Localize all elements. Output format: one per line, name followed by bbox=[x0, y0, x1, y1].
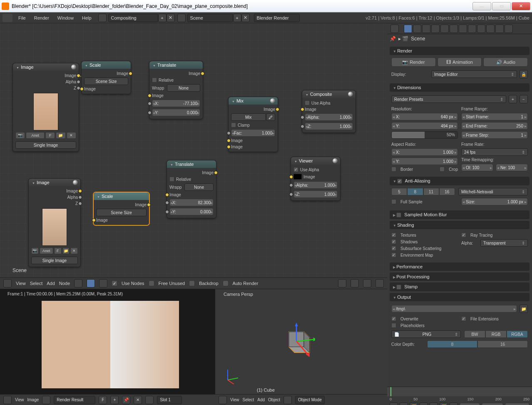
scene-icon[interactable] bbox=[177, 14, 186, 22]
socket-out[interactable] bbox=[78, 202, 82, 205]
node-editor[interactable]: Image Image Alpha Z 📷 Anet F 📁 ✕ Single … bbox=[0, 23, 387, 278]
menu-add[interactable]: Add bbox=[257, 398, 265, 402]
node-header[interactable]: Viewer bbox=[291, 157, 340, 165]
node-translate-1[interactable]: Translate Image Relative WrappNone Image… bbox=[149, 61, 203, 119]
tab-scene-icon[interactable] bbox=[422, 25, 430, 33]
tab-render-layers-icon[interactable] bbox=[413, 25, 421, 33]
socket-in[interactable] bbox=[289, 183, 293, 187]
socket-out[interactable] bbox=[78, 195, 82, 199]
socket-in[interactable] bbox=[148, 94, 152, 98]
unlink-image-icon[interactable]: ✕ bbox=[67, 132, 76, 139]
image-browse-icon[interactable] bbox=[42, 396, 50, 404]
back-to-previous-icon[interactable] bbox=[98, 14, 107, 22]
envmap-checkbox[interactable] bbox=[391, 252, 396, 258]
audio-button[interactable]: 🔊 Audio bbox=[483, 58, 528, 67]
socket-in[interactable] bbox=[301, 115, 304, 119]
image-source-dropdown[interactable]: Single Image bbox=[31, 257, 78, 264]
alpha-mode-dropdown[interactable]: Transparent bbox=[480, 239, 528, 247]
socket-out[interactable] bbox=[276, 108, 279, 111]
close-button[interactable]: ✕ bbox=[512, 2, 530, 10]
copy-nodes-icon[interactable] bbox=[363, 279, 371, 288]
render-button[interactable]: 📷 Render bbox=[391, 58, 436, 67]
end-frame-field[interactable]: End:250 bbox=[505, 403, 530, 405]
slot-dropdown[interactable]: Slot 1 bbox=[157, 396, 182, 404]
add-image-icon[interactable]: + bbox=[110, 396, 119, 404]
panel-performance[interactable]: Performance bbox=[390, 262, 530, 271]
start-frame-field[interactable]: Start:1 bbox=[482, 403, 503, 405]
socket-in[interactable] bbox=[289, 192, 293, 196]
display-dropdown[interactable]: Image Editor bbox=[431, 70, 517, 78]
3d-view[interactable]: Camera Persp (1) Cube View bbox=[215, 289, 387, 405]
frame-step-field[interactable]: Frame Step:1 bbox=[461, 131, 528, 139]
panel-post-processing[interactable]: Post Processing bbox=[390, 272, 530, 281]
node-header[interactable]: Image bbox=[13, 63, 79, 71]
eyedropper-icon[interactable]: 🖉 bbox=[266, 113, 275, 121]
paste-nodes-icon[interactable] bbox=[375, 279, 384, 288]
context-path[interactable]: Scene bbox=[411, 36, 425, 42]
node-composite[interactable]: Composite Use Alpha Image Alpha:1.000 Z:… bbox=[302, 90, 356, 133]
unlink-icon[interactable]: ✕ bbox=[134, 396, 142, 404]
node-header[interactable]: Composite bbox=[302, 90, 355, 98]
socket-in[interactable] bbox=[165, 201, 169, 205]
maximize-button[interactable]: ▭ bbox=[492, 2, 511, 10]
node-translate-2[interactable]: Translate Image Relative WrappNone Image… bbox=[167, 160, 216, 218]
aspect-y-field[interactable]: Y:1.000 bbox=[391, 158, 458, 165]
editor-type-icon[interactable] bbox=[390, 402, 398, 405]
sss-checkbox[interactable] bbox=[391, 246, 396, 251]
socket-out[interactable] bbox=[78, 189, 82, 193]
image-source-dropdown[interactable]: Single Image bbox=[15, 141, 76, 149]
node-viewer[interactable]: Viewer Use Alpha Image Alpha:1.000 Z:1.0… bbox=[291, 157, 341, 201]
smb-checkbox[interactable] bbox=[396, 212, 401, 218]
node-header[interactable]: Mix bbox=[229, 97, 278, 105]
render-presets-dropdown[interactable]: Render Presets bbox=[391, 95, 506, 103]
res-x-field[interactable]: X:640 px bbox=[391, 113, 458, 120]
node-scale-2[interactable]: Scale Image Scene Size Image bbox=[93, 192, 149, 225]
socket-out[interactable] bbox=[129, 72, 132, 75]
output-path-field[interactable]: /tmp\ bbox=[391, 305, 517, 312]
filter-size-field[interactable]: Size:1.000 px bbox=[461, 198, 528, 205]
menu-node[interactable]: Node bbox=[59, 281, 70, 286]
socket-in[interactable] bbox=[148, 111, 152, 115]
editor-type-icon[interactable] bbox=[219, 396, 227, 404]
tree-type-texture-icon[interactable] bbox=[99, 279, 107, 288]
y-field[interactable]: Y:0.000 bbox=[169, 208, 214, 215]
file-browser-icon[interactable]: 📁 bbox=[520, 305, 528, 313]
image-browse-icon[interactable]: 📷 bbox=[15, 132, 25, 139]
stamp-checkbox[interactable] bbox=[396, 285, 401, 290]
placeholders-checkbox[interactable] bbox=[391, 323, 396, 328]
delete-scene-icon[interactable]: ✕ bbox=[241, 14, 250, 22]
tab-modifiers-icon[interactable] bbox=[459, 25, 467, 33]
add-scene-icon[interactable]: + bbox=[233, 14, 241, 22]
tree-type-shader-icon[interactable] bbox=[74, 279, 82, 288]
format-dropdown[interactable]: 📄 PNG bbox=[391, 330, 461, 338]
panel-aa[interactable]: Anti-Aliasing bbox=[390, 177, 530, 185]
menu-help[interactable]: Help bbox=[78, 14, 96, 22]
remove-preset-icon[interactable]: − bbox=[520, 95, 528, 103]
image-browse-icon[interactable]: 📷 bbox=[31, 248, 39, 254]
new-map-field[interactable]: Ne: 100 bbox=[496, 164, 528, 171]
clamp-checkbox[interactable] bbox=[231, 122, 236, 128]
fake-user-button[interactable]: F bbox=[45, 132, 55, 139]
res-pct-slider[interactable]: 50% bbox=[391, 131, 458, 139]
shadows-checkbox[interactable] bbox=[391, 239, 396, 244]
socket-out[interactable] bbox=[201, 72, 204, 75]
use-alpha-checkbox[interactable] bbox=[293, 167, 298, 172]
z-field[interactable]: Z:1.000 bbox=[293, 190, 338, 198]
play-icon[interactable]: ▶ bbox=[430, 402, 438, 405]
image-editor[interactable]: Frame:1 | Time:00:00.06 | Mem:25.29M (0.… bbox=[0, 289, 215, 405]
menu-view[interactable]: View bbox=[16, 281, 26, 286]
view-icon[interactable] bbox=[145, 396, 154, 404]
menu-select[interactable]: Select bbox=[243, 398, 254, 402]
fake-user-button[interactable]: F bbox=[99, 396, 107, 404]
socket-in[interactable] bbox=[227, 139, 231, 142]
blend-mode-dropdown[interactable]: Mix bbox=[231, 113, 266, 121]
render-engine-dropdown[interactable]: Blender Render bbox=[254, 14, 300, 22]
color-depth-toggle[interactable]: 8 16 bbox=[427, 340, 528, 348]
tab-texture-icon[interactable] bbox=[486, 25, 495, 33]
node-image-1[interactable]: Image Image Alpha Z 📷 Anet F 📁 ✕ Single … bbox=[12, 63, 79, 152]
editor-type-icon[interactable] bbox=[2, 14, 12, 22]
panel-output[interactable]: Output bbox=[390, 293, 530, 301]
tree-type-compositing-icon[interactable] bbox=[87, 279, 95, 288]
crop-checkbox[interactable] bbox=[440, 167, 445, 172]
alpha-field[interactable]: Alpha:1.000 bbox=[293, 181, 338, 189]
